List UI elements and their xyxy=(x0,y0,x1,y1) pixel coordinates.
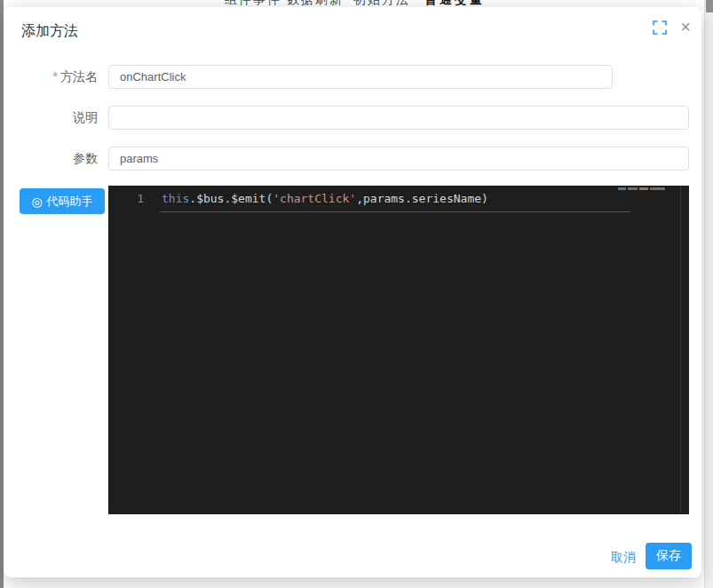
line-number: 1 xyxy=(108,190,144,207)
save-button[interactable]: 保存 xyxy=(646,543,692,569)
method-name-label: *方法名 xyxy=(4,65,98,89)
current-line-underline xyxy=(160,211,630,212)
minimap-mark xyxy=(639,187,648,190)
params-input[interactable] xyxy=(108,147,689,171)
code-token-plain: ,params.seriesName) xyxy=(356,192,488,205)
code-assistant-icon: ◎ xyxy=(31,195,42,208)
fullscreen-icon[interactable] xyxy=(652,20,668,36)
minimap-divider xyxy=(680,186,681,514)
page-scrollbar[interactable] xyxy=(704,0,713,588)
background-tab[interactable]: 数据刷新 xyxy=(287,0,344,7)
required-asterisk: * xyxy=(53,69,58,83)
params-label: 参数 xyxy=(4,147,98,171)
code-assistant-button[interactable]: ◎ 代码助手 xyxy=(20,188,105,214)
minimap[interactable] xyxy=(618,187,665,190)
description-input[interactable] xyxy=(108,106,689,130)
close-icon[interactable]: × xyxy=(676,16,695,37)
background-tab-active[interactable]: 普通变量 xyxy=(424,0,485,7)
code-line[interactable]: this.$bus.$emit('chartClick',params.seri… xyxy=(162,190,488,207)
code-token-plain: .$bus.$emit( xyxy=(189,192,273,205)
minimap-mark xyxy=(650,187,665,190)
description-label: 说明 xyxy=(4,106,98,130)
code-assistant-label: 代码助手 xyxy=(47,194,93,210)
minimap-mark xyxy=(628,187,638,190)
screen: 组件事件 数据刷新 初始方法 普通变量 添加方法 × *方法名 说明 参数 xyxy=(0,0,713,588)
minimap-mark xyxy=(618,187,626,190)
scrollbar-thumb[interactable] xyxy=(706,0,713,12)
cancel-button[interactable]: 取消 xyxy=(606,547,641,568)
background-tab[interactable]: 组件事件 xyxy=(225,0,281,7)
background-tab[interactable]: 初始方法 xyxy=(353,0,410,7)
code-token-keyword: this xyxy=(162,192,189,205)
code-token-string: 'chartClick' xyxy=(273,192,356,205)
dialog-title: 添加方法 xyxy=(21,22,78,41)
code-editor[interactable]: 1 this.$bus.$emit('chartClick',params.se… xyxy=(108,186,689,514)
add-method-dialog: 添加方法 × *方法名 说明 参数 ◎ 代码助手 1 this.$bus.$e xyxy=(4,7,701,577)
method-name-input[interactable] xyxy=(108,65,613,89)
background-tab-strip: 组件事件 数据刷新 初始方法 普通变量 xyxy=(0,0,701,7)
